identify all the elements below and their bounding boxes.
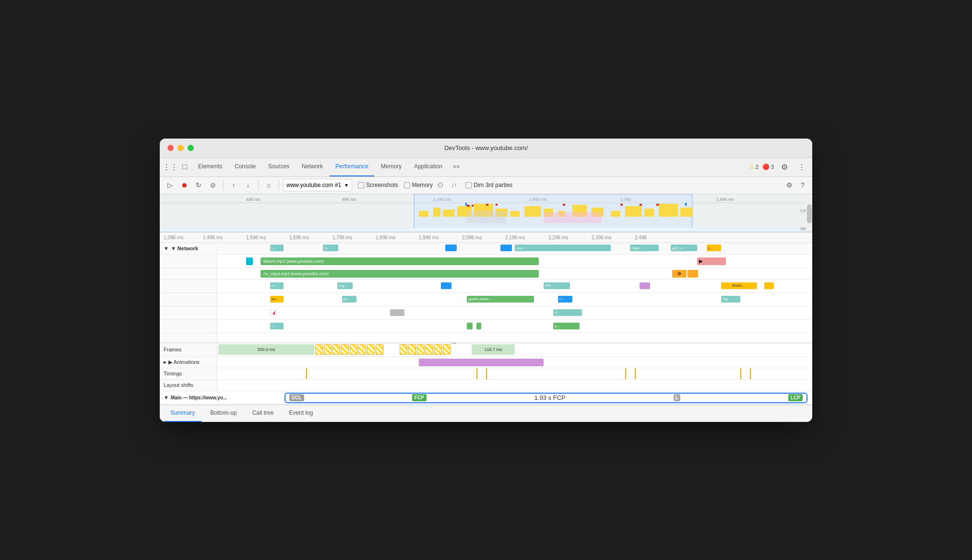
help-icon[interactable]: ?: [797, 179, 808, 191]
cpu-throttle-icon[interactable]: ↓↑: [448, 179, 460, 191]
net-bar: l...: [270, 245, 284, 251]
network-row-1: failure.mp3 (www.youtube.com) ▶: [160, 255, 812, 268]
svg-rect-39: [160, 228, 812, 233]
net-bar-y: y...: [553, 323, 580, 329]
svg-rect-14: [510, 211, 520, 217]
svg-rect-9: [433, 208, 440, 217]
network-throttle-icon[interactable]: ⏲: [435, 179, 446, 191]
overview-panel[interactable]: 496 ms 996 ms 1,496 ms 1,996 ms 2,496 2,…: [160, 194, 812, 233]
tab-application[interactable]: Application: [408, 158, 448, 176]
tab-elements[interactable]: Elements: [192, 158, 228, 176]
close-button[interactable]: [167, 145, 174, 151]
dcl-badge: DCL: [289, 394, 304, 401]
layout-shifts-row: Layout shifts: [160, 380, 812, 391]
target-select[interactable]: www.youtube.com #1 ▼: [283, 179, 352, 191]
maximize-button[interactable]: [188, 145, 194, 151]
network-header[interactable]: ▼ ▼ Network l... lo... ma... man... get_…: [160, 243, 812, 255]
device-toolbar-icon[interactable]: □: [178, 160, 191, 174]
separator-3: [279, 180, 279, 190]
net-bar-guide: guide (www...: [467, 296, 534, 303]
net-bar-red: ▶: [697, 257, 726, 265]
tab-performance[interactable]: Performance: [330, 158, 374, 176]
tab-summary[interactable]: Summary: [164, 405, 202, 422]
frame-diag-13: [434, 344, 442, 355]
performance-toolbar: ▷ ⏺ ↻ ⊘ ↑ ↓ ⌂ www.youtube.com #1 ▼ Scree…: [160, 177, 812, 194]
more-tabs-button[interactable]: >>: [449, 163, 463, 170]
network-label[interactable]: ▼ ▼ Network: [160, 245, 217, 251]
network-dots-row: ...: [160, 333, 812, 343]
main-label[interactable]: ▼ Main — https://www.yo...: [160, 395, 217, 400]
timing-3-line: [635, 368, 636, 379]
reload-record-button[interactable]: ↻: [192, 179, 205, 191]
separator-2: [258, 180, 259, 190]
svg-text:996 ms: 996 ms: [342, 197, 356, 202]
timing-4-line: [740, 368, 741, 379]
net-bar-lo: lo...: [342, 296, 356, 303]
home-button[interactable]: ⌂: [262, 179, 275, 191]
frame-diag-2: [324, 344, 332, 355]
animations-label[interactable]: ▶ ▶ Animations: [160, 357, 217, 368]
screenshots-checkbox[interactable]: Screenshots: [358, 182, 398, 188]
sidebar-toggle-button[interactable]: ▷: [164, 179, 176, 191]
layout-shifts-content: [217, 380, 812, 391]
network-row-2: no_input.mp3 (www.youtube.com) ⚙: [160, 268, 812, 280]
tab-network[interactable]: Network: [296, 158, 329, 176]
tab-memory[interactable]: Memory: [375, 158, 407, 176]
net-bar-small-y2: [764, 282, 774, 289]
errors-badge[interactable]: 🔴 3: [762, 163, 774, 170]
settings-icon[interactable]: ⚙: [778, 160, 791, 174]
record-button[interactable]: ⏺: [178, 179, 190, 191]
svg-rect-32: [656, 204, 659, 206]
net-bar-blue: [445, 245, 457, 251]
layout-shifts-label: Layout shifts: [160, 380, 217, 391]
l-badge: L: [674, 394, 680, 401]
more-options-icon[interactable]: ⋮: [795, 160, 808, 174]
memory-checkbox-input[interactable]: [404, 182, 410, 188]
net-bar-rotat: Rotat...: [731, 282, 757, 289]
warnings-badge[interactable]: ⚠ 2: [749, 164, 759, 170]
frame-diag-5: [350, 344, 357, 355]
overview-scroll-thumb[interactable]: [807, 204, 812, 223]
dim-3rd-parties-checkbox[interactable]: Dim 3rd parties: [465, 182, 512, 188]
inspect-element-icon[interactable]: ⋮⋮: [164, 160, 177, 174]
tab-sources[interactable]: Sources: [262, 158, 295, 176]
net-bar-log: log...: [337, 282, 353, 289]
animations-content: [217, 357, 812, 368]
memory-checkbox[interactable]: Memory: [404, 182, 433, 188]
network-row-6: c... y...: [160, 320, 812, 333]
net-bar-o: o...: [270, 282, 284, 289]
download-button[interactable]: ↓: [242, 179, 254, 191]
frame-diag-4: [341, 344, 349, 355]
frame-diag-1: [315, 344, 323, 355]
timing-2-line: [625, 368, 626, 379]
net-bar-c: c...: [558, 296, 572, 303]
overview-scrollbar[interactable]: [806, 194, 812, 232]
network-overview-area: l... lo... ma... man... get_u... c...: [217, 243, 812, 254]
svg-rect-28: [496, 204, 498, 206]
net-bar-blue: [441, 282, 451, 289]
network-row-5: 4...: [160, 306, 812, 320]
tab-event-log[interactable]: Event log: [282, 405, 320, 422]
net-bar-small: [688, 270, 698, 278]
titlebar: DevTools - www.youtube.com/: [160, 139, 812, 158]
chevron-right-icon: ▶: [164, 360, 166, 364]
net-bar-tiny-green: [467, 323, 473, 329]
capture-settings-icon[interactable]: ⚙: [783, 179, 795, 191]
tab-console[interactable]: Console: [229, 158, 261, 176]
devtools-window: DevTools - www.youtube.com/ ⋮⋮ □ Element…: [160, 139, 812, 422]
frame-diag-10: [408, 344, 416, 355]
overview-svg: 496 ms 996 ms 1,496 ms 1,996 ms 2,496 2,…: [160, 194, 812, 233]
tab-bottom-up[interactable]: Bottom-up: [203, 405, 243, 422]
dim-3rd-parties-input[interactable]: [465, 182, 472, 188]
net-bar-failure: failure.mp3 (www.youtube.com): [261, 257, 539, 265]
screenshots-checkbox-input[interactable]: [358, 182, 364, 188]
clear-button[interactable]: ⊘: [207, 179, 219, 191]
frame-diag-8: [376, 344, 383, 355]
network-section: ▼ ▼ Network l... lo... ma... man... get_…: [160, 243, 812, 343]
main-content: DCL FCP 1.93 s FCP L LCP: [217, 391, 812, 404]
net-bar: ma...: [515, 245, 611, 251]
minimize-button[interactable]: [178, 145, 184, 151]
upload-button[interactable]: ↑: [227, 179, 240, 191]
net-bar-settings: ⚙: [672, 270, 687, 278]
tab-call-tree[interactable]: Call tree: [246, 405, 281, 422]
